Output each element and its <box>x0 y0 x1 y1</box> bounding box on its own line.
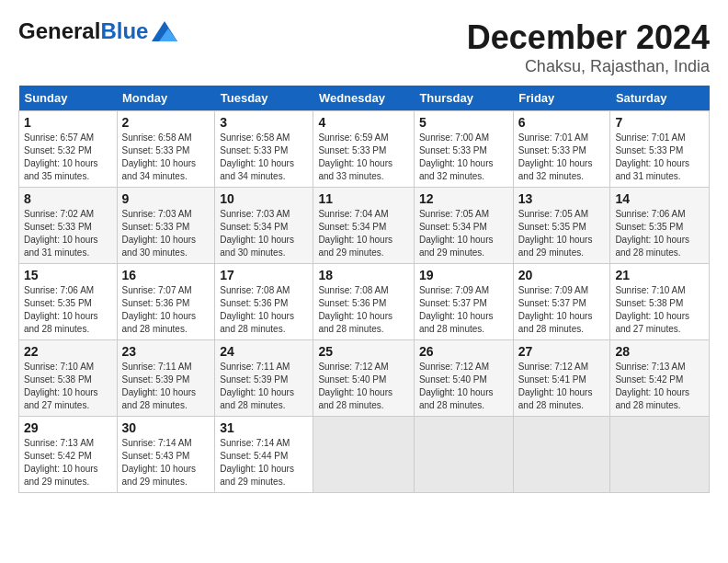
day-info: Sunrise: 7:01 AM Sunset: 5:33 PM Dayligh… <box>518 132 606 183</box>
calendar-header-row: SundayMondayTuesdayWednesdayThursdayFrid… <box>19 86 710 111</box>
day-number: 12 <box>419 191 508 206</box>
day-number: 24 <box>220 344 308 359</box>
day-number: 26 <box>419 344 508 359</box>
calendar-cell: 7Sunrise: 7:01 AM Sunset: 5:33 PM Daylig… <box>610 111 710 188</box>
calendar-table: SundayMondayTuesdayWednesdayThursdayFrid… <box>18 86 710 493</box>
day-info: Sunrise: 7:13 AM Sunset: 5:42 PM Dayligh… <box>615 361 704 412</box>
page-header: GeneralBlue December 2024 Chaksu, Rajast… <box>18 18 710 76</box>
day-number: 18 <box>318 268 409 282</box>
calendar-cell: 25Sunrise: 7:12 AM Sunset: 5:40 PM Dayli… <box>313 340 415 417</box>
calendar-cell: 16Sunrise: 7:07 AM Sunset: 5:36 PM Dayli… <box>117 264 215 340</box>
day-number: 25 <box>318 344 409 359</box>
day-info: Sunrise: 7:11 AM Sunset: 5:39 PM Dayligh… <box>122 361 210 412</box>
day-info: Sunrise: 6:58 AM Sunset: 5:33 PM Dayligh… <box>220 132 308 183</box>
day-info: Sunrise: 7:01 AM Sunset: 5:33 PM Dayligh… <box>615 132 704 183</box>
calendar-cell: 21Sunrise: 7:10 AM Sunset: 5:38 PM Dayli… <box>610 264 710 340</box>
day-number: 10 <box>220 191 308 206</box>
calendar-cell: 6Sunrise: 7:01 AM Sunset: 5:33 PM Daylig… <box>513 111 610 188</box>
day-info: Sunrise: 7:07 AM Sunset: 5:36 PM Dayligh… <box>122 284 210 336</box>
day-number: 14 <box>615 191 704 206</box>
day-number: 16 <box>122 268 210 282</box>
calendar-cell: 26Sunrise: 7:12 AM Sunset: 5:40 PM Dayli… <box>414 340 513 417</box>
calendar-week-row: 29Sunrise: 7:13 AM Sunset: 5:42 PM Dayli… <box>19 417 710 493</box>
day-number: 28 <box>615 344 704 359</box>
calendar-cell: 31Sunrise: 7:14 AM Sunset: 5:44 PM Dayli… <box>215 417 313 493</box>
day-info: Sunrise: 7:11 AM Sunset: 5:39 PM Dayligh… <box>220 361 308 412</box>
day-number: 2 <box>122 115 210 130</box>
day-number: 7 <box>615 115 704 130</box>
calendar-cell: 9Sunrise: 7:03 AM Sunset: 5:33 PM Daylig… <box>117 188 215 264</box>
day-info: Sunrise: 7:03 AM Sunset: 5:34 PM Dayligh… <box>220 208 308 259</box>
calendar-cell: 10Sunrise: 7:03 AM Sunset: 5:34 PM Dayli… <box>215 188 313 264</box>
calendar-cell: 18Sunrise: 7:08 AM Sunset: 5:36 PM Dayli… <box>313 264 415 340</box>
day-info: Sunrise: 7:09 AM Sunset: 5:37 PM Dayligh… <box>518 284 606 336</box>
calendar-cell: 29Sunrise: 7:13 AM Sunset: 5:42 PM Dayli… <box>19 417 118 493</box>
day-number: 6 <box>518 115 606 130</box>
day-number: 1 <box>24 115 112 130</box>
logo: GeneralBlue <box>18 18 177 44</box>
column-header-tuesday: Tuesday <box>215 86 313 111</box>
day-info: Sunrise: 7:03 AM Sunset: 5:33 PM Dayligh… <box>122 208 210 259</box>
calendar-cell: 24Sunrise: 7:11 AM Sunset: 5:39 PM Dayli… <box>215 340 313 417</box>
day-info: Sunrise: 7:02 AM Sunset: 5:33 PM Dayligh… <box>24 208 112 259</box>
day-info: Sunrise: 7:14 AM Sunset: 5:44 PM Dayligh… <box>220 437 308 488</box>
logo-text: GeneralBlue <box>18 18 148 44</box>
calendar-cell: 27Sunrise: 7:12 AM Sunset: 5:41 PM Dayli… <box>513 340 610 417</box>
day-number: 9 <box>122 191 210 206</box>
calendar-cell: 14Sunrise: 7:06 AM Sunset: 5:35 PM Dayli… <box>610 188 710 264</box>
day-number: 4 <box>318 115 409 130</box>
calendar-cell: 17Sunrise: 7:08 AM Sunset: 5:36 PM Dayli… <box>215 264 313 340</box>
location-title: Chaksu, Rajasthan, India <box>467 57 710 76</box>
calendar-cell: 28Sunrise: 7:13 AM Sunset: 5:42 PM Dayli… <box>610 340 710 417</box>
logo-icon <box>152 21 177 41</box>
title-area: December 2024 Chaksu, Rajasthan, India <box>467 18 710 76</box>
day-number: 20 <box>518 268 606 282</box>
calendar-cell <box>313 417 415 493</box>
column-header-thursday: Thursday <box>414 86 513 111</box>
day-info: Sunrise: 7:10 AM Sunset: 5:38 PM Dayligh… <box>24 361 112 412</box>
day-info: Sunrise: 7:06 AM Sunset: 5:35 PM Dayligh… <box>24 284 112 336</box>
day-number: 29 <box>24 420 112 435</box>
calendar-cell: 3Sunrise: 6:58 AM Sunset: 5:33 PM Daylig… <box>215 111 313 188</box>
calendar-cell: 1Sunrise: 6:57 AM Sunset: 5:32 PM Daylig… <box>19 111 118 188</box>
calendar-cell: 2Sunrise: 6:58 AM Sunset: 5:33 PM Daylig… <box>117 111 215 188</box>
calendar-week-row: 15Sunrise: 7:06 AM Sunset: 5:35 PM Dayli… <box>19 264 710 340</box>
day-info: Sunrise: 7:08 AM Sunset: 5:36 PM Dayligh… <box>318 284 409 336</box>
day-number: 17 <box>220 268 308 282</box>
calendar-week-row: 1Sunrise: 6:57 AM Sunset: 5:32 PM Daylig… <box>19 111 710 188</box>
day-info: Sunrise: 7:05 AM Sunset: 5:35 PM Dayligh… <box>518 208 606 259</box>
calendar-week-row: 22Sunrise: 7:10 AM Sunset: 5:38 PM Dayli… <box>19 340 710 417</box>
calendar-cell <box>414 417 513 493</box>
day-number: 23 <box>122 344 210 359</box>
calendar-cell: 19Sunrise: 7:09 AM Sunset: 5:37 PM Dayli… <box>414 264 513 340</box>
day-info: Sunrise: 7:04 AM Sunset: 5:34 PM Dayligh… <box>318 208 409 259</box>
column-header-wednesday: Wednesday <box>313 86 415 111</box>
day-info: Sunrise: 7:12 AM Sunset: 5:40 PM Dayligh… <box>419 361 508 412</box>
calendar-cell: 15Sunrise: 7:06 AM Sunset: 5:35 PM Dayli… <box>19 264 118 340</box>
day-number: 21 <box>615 268 704 282</box>
day-info: Sunrise: 7:00 AM Sunset: 5:33 PM Dayligh… <box>419 132 508 183</box>
day-info: Sunrise: 7:10 AM Sunset: 5:38 PM Dayligh… <box>615 284 704 336</box>
day-number: 13 <box>518 191 606 206</box>
day-info: Sunrise: 6:58 AM Sunset: 5:33 PM Dayligh… <box>122 132 210 183</box>
calendar-cell: 20Sunrise: 7:09 AM Sunset: 5:37 PM Dayli… <box>513 264 610 340</box>
month-title: December 2024 <box>467 18 710 57</box>
day-number: 30 <box>122 420 210 435</box>
calendar-cell: 12Sunrise: 7:05 AM Sunset: 5:34 PM Dayli… <box>414 188 513 264</box>
calendar-cell: 8Sunrise: 7:02 AM Sunset: 5:33 PM Daylig… <box>19 188 118 264</box>
calendar-cell <box>513 417 610 493</box>
calendar-week-row: 8Sunrise: 7:02 AM Sunset: 5:33 PM Daylig… <box>19 188 710 264</box>
day-info: Sunrise: 7:08 AM Sunset: 5:36 PM Dayligh… <box>220 284 308 336</box>
calendar-cell: 11Sunrise: 7:04 AM Sunset: 5:34 PM Dayli… <box>313 188 415 264</box>
day-number: 15 <box>24 268 112 282</box>
calendar-cell: 4Sunrise: 6:59 AM Sunset: 5:33 PM Daylig… <box>313 111 415 188</box>
calendar-cell <box>610 417 710 493</box>
day-info: Sunrise: 7:09 AM Sunset: 5:37 PM Dayligh… <box>419 284 508 336</box>
day-info: Sunrise: 7:12 AM Sunset: 5:40 PM Dayligh… <box>318 361 409 412</box>
day-info: Sunrise: 7:13 AM Sunset: 5:42 PM Dayligh… <box>24 437 112 488</box>
day-info: Sunrise: 7:05 AM Sunset: 5:34 PM Dayligh… <box>419 208 508 259</box>
column-header-sunday: Sunday <box>19 86 118 111</box>
column-header-friday: Friday <box>513 86 610 111</box>
calendar-cell: 22Sunrise: 7:10 AM Sunset: 5:38 PM Dayli… <box>19 340 118 417</box>
day-info: Sunrise: 7:12 AM Sunset: 5:41 PM Dayligh… <box>518 361 606 412</box>
